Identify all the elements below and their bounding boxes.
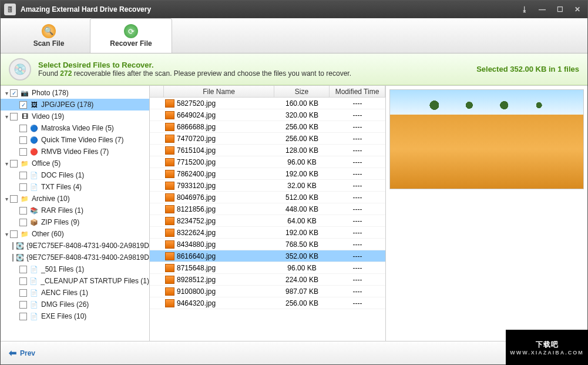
tree-checkbox[interactable] <box>19 125 27 132</box>
file-row[interactable]: 6866688.jpg256.00 KB---- <box>150 121 385 133</box>
file-row[interactable]: 8234752.jpg64.00 KB---- <box>150 215 385 227</box>
tree-checkbox[interactable] <box>19 289 27 297</box>
tree-dmg[interactable]: 📄DMG Files (26) <box>1 299 149 310</box>
file-row[interactable]: 7615104.jpg128.00 KB---- <box>150 145 385 156</box>
tree-checkbox[interactable] <box>12 242 14 250</box>
download-icon[interactable]: ⭳ <box>517 4 532 15</box>
twisty-icon[interactable]: ▾ <box>3 160 10 167</box>
file-size: 320.00 KB <box>274 111 330 119</box>
twisty-icon[interactable]: ▾ <box>3 196 10 202</box>
tree-video[interactable]: ▾🎞Video (19) <box>1 110 149 122</box>
header-filename[interactable]: File Name <box>164 86 274 97</box>
tree-checkbox[interactable] <box>19 313 27 320</box>
minimize-button[interactable]: — <box>535 4 550 15</box>
tree-rar[interactable]: 📚RAR Files (1) <box>1 205 149 216</box>
tree-zip[interactable]: 📦ZIP Files (9) <box>1 216 149 228</box>
tree-checkbox[interactable] <box>19 148 27 156</box>
tree-checkbox[interactable] <box>19 172 27 179</box>
header-modified[interactable]: Modified Time <box>330 86 385 97</box>
selection-summary: Selected 352.00 KB in 1 files <box>476 65 579 73</box>
tree-guid2[interactable]: 💽{9E7C75EF-8408-4731-9400-2A9819D198 <box>1 252 149 263</box>
scan-file-tab[interactable]: 🔍 Scan File <box>8 18 90 53</box>
file-row[interactable]: 7715200.jpg96.00 KB---- <box>150 156 385 168</box>
file-name: 8715648.jpg <box>177 264 216 272</box>
file-row[interactable]: 9100800.jpg987.07 KB---- <box>150 286 385 297</box>
file-row[interactable]: 7933120.jpg32.00 KB---- <box>150 180 385 192</box>
tree-archive[interactable]: ▾📁Archive (10) <box>1 193 149 205</box>
maximize-button[interactable]: ☐ <box>552 4 567 15</box>
file-size: 224.00 KB <box>274 276 330 284</box>
tree-checkbox[interactable] <box>10 195 18 203</box>
file-row[interactable]: 8616640.jpg352.00 KB---- <box>150 250 385 262</box>
tree-checkbox[interactable] <box>19 301 27 309</box>
tree-checkbox[interactable] <box>19 183 27 191</box>
file-mtime: ---- <box>330 229 385 237</box>
tree-checkbox[interactable] <box>19 207 27 215</box>
tree-checkbox[interactable] <box>19 277 27 285</box>
tree-checkbox[interactable] <box>10 160 18 168</box>
header-checkbox-col[interactable] <box>150 86 164 97</box>
file-name: 8322624.jpg <box>177 229 216 237</box>
tree-qt[interactable]: 🔵Quick Time Video Files (7) <box>1 134 149 146</box>
file-list[interactable]: 5827520.jpg160.00 KB----6649024.jpg320.0… <box>150 98 385 341</box>
recover-file-tab[interactable]: ⟳ Recover File <box>90 18 172 53</box>
tree-office[interactable]: ▾📁Office (5) <box>1 158 149 169</box>
tree-checkbox[interactable] <box>19 136 27 144</box>
prev-button[interactable]: ⬅ Prev <box>9 347 35 359</box>
tree-item-icon: 🔵 <box>29 135 39 145</box>
close-button[interactable]: ✕ <box>570 4 585 15</box>
tree-item-label: Other (60) <box>32 230 64 238</box>
tree-item-icon: 📁 <box>20 159 29 168</box>
file-size: 96.00 KB <box>274 264 330 272</box>
tree-item-label: RAR Files (1) <box>41 206 83 215</box>
tree-mkv[interactable]: 🔵Matroska Video File (5) <box>1 122 149 134</box>
status-banner: 💿 Select Desired Files to Recover. Found… <box>1 53 587 85</box>
tree-checkbox[interactable] <box>19 101 27 109</box>
app-title: Amazing External Hard Drive Recovery <box>21 5 151 14</box>
file-row[interactable]: 6649024.jpg320.00 KB---- <box>150 109 385 121</box>
file-name: 6866688.jpg <box>177 123 216 131</box>
twisty-icon[interactable]: ▾ <box>3 113 10 120</box>
file-row[interactable]: 8121856.jpg448.00 KB---- <box>150 203 385 215</box>
tree-item-icon: 📄 <box>29 182 39 192</box>
file-size: 192.00 KB <box>274 229 330 237</box>
tree-501[interactable]: 📄_501 Files (1) <box>1 263 149 275</box>
tree-txt[interactable]: 📄TXT Files (4) <box>1 181 149 193</box>
file-row[interactable]: 7470720.jpg256.00 KB---- <box>150 133 385 145</box>
file-row[interactable]: 7862400.jpg192.00 KB---- <box>150 168 385 180</box>
image-thumb-icon <box>165 299 174 307</box>
file-row[interactable]: 9464320.jpg256.00 KB---- <box>150 297 385 309</box>
tree-other[interactable]: ▾📁Other (60) <box>1 228 149 240</box>
tree-rmvb[interactable]: 🔴RMVB Video Files (7) <box>1 146 149 158</box>
twisty-icon[interactable]: ▾ <box>3 231 10 237</box>
tree-doc[interactable]: 📄DOC Files (1) <box>1 169 149 181</box>
file-row[interactable]: 5827520.jpg160.00 KB---- <box>150 98 385 109</box>
tree-aenc[interactable]: 📄AENC Files (1) <box>1 287 149 299</box>
file-name: 8928512.jpg <box>177 276 216 284</box>
tree-checkbox[interactable] <box>19 219 27 226</box>
tree-exe[interactable]: 📄EXE Files (10) <box>1 310 149 322</box>
file-size: 987.07 KB <box>274 287 330 296</box>
file-mtime: ---- <box>330 158 385 166</box>
tree-item-label: {9E7C75EF-8408-4731-9400-2A9819D198 <box>26 253 150 262</box>
tree-checkbox[interactable] <box>10 89 18 97</box>
file-list-pane: File Name Size Modified Time 5827520.jpg… <box>150 86 386 341</box>
tree-photo[interactable]: ▾📷Photo (178) <box>1 87 149 99</box>
tree-checkbox[interactable] <box>10 113 18 120</box>
header-size[interactable]: Size <box>274 86 330 97</box>
file-row[interactable]: 8322624.jpg192.00 KB---- <box>150 227 385 239</box>
file-row[interactable]: 8928512.jpg224.00 KB---- <box>150 274 385 286</box>
image-thumb-icon <box>165 287 174 296</box>
file-row[interactable]: 8434880.jpg768.50 KB---- <box>150 239 385 250</box>
tree-cleanup[interactable]: 📄_CLEANUP AT STARTUP Files (1) <box>1 275 149 287</box>
twisty-icon[interactable]: ▾ <box>3 90 10 96</box>
tree-checkbox[interactable] <box>10 230 18 238</box>
file-row[interactable]: 8046976.jpg512.00 KB---- <box>150 192 385 203</box>
file-row[interactable]: 8715648.jpg96.00 KB---- <box>150 262 385 274</box>
tree-jpg[interactable]: 🖼JPG/JPEG (178) <box>1 99 149 110</box>
category-tree[interactable]: ▾📷Photo (178)🖼JPG/JPEG (178)▾🎞Video (19)… <box>1 86 150 341</box>
tree-guid1[interactable]: 💽{9E7C75EF-8408-4731-9400-2A9819D198 <box>1 240 149 252</box>
tree-checkbox[interactable] <box>19 266 27 273</box>
tree-checkbox[interactable] <box>12 254 14 262</box>
image-thumb-icon <box>165 276 174 284</box>
